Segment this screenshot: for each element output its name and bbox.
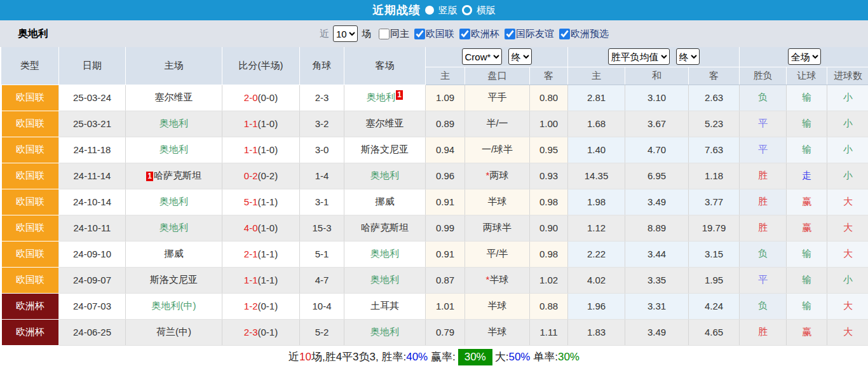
cell-result-goals: 小 [827,111,868,137]
avg-time-select[interactable]: 终 [676,48,700,65]
layout-radio-vertical[interactable] [425,6,434,15]
cell-result-wdl: 负 [740,293,787,319]
col-header-date: 日期 [59,47,126,85]
scope-select[interactable]: 全场 [788,48,821,65]
half-time-score: (0-1) [258,327,278,337]
league-checkbox[interactable] [459,29,470,39]
league-label[interactable]: 国际友谊 [516,28,554,40]
cell-score: 4-0(1-0) [222,215,300,241]
cell-result-handicap: 走 [787,163,827,189]
league-checkbox[interactable] [505,29,515,39]
cell-odds-away: 0.88 [530,293,568,319]
league-checkbox[interactable] [559,29,570,39]
away-team-name: 土耳其 [370,300,399,311]
league-label[interactable]: 欧国联 [426,28,454,40]
table-row: 欧国联24-10-14奥地利5-1(1-1)3-1挪威0.91半球0.981.9… [1,189,868,215]
cell-result-goals: 大 [827,293,868,319]
full-time-score: 1-2 [244,301,258,311]
home-team-name: 哈萨克斯坦 [154,170,201,181]
cell-away-team: 奥地利 [344,241,426,267]
cell-result-wdl: 胜 [740,189,787,215]
same-home-checkbox[interactable] [379,29,390,39]
home-team-name: 奥地利 [159,222,188,233]
bookmaker-select[interactable]: Crow* [462,48,502,65]
cell-odds-away: 0.93 [530,163,568,189]
table-row: 欧国联24-11-141哈萨克斯坦0-2(0-2)1-4奥地利0.96*两球0.… [1,163,868,189]
summary-bar: 近10场,胜4平3负3, 胜率:40% 赢率:30%大:50% 单率:30% [0,346,868,368]
summary-segment: 40% [406,351,428,364]
layout-radio-horizontal[interactable] [462,5,472,15]
away-team-name: 奥地利 [370,274,399,285]
sub-header-avg-home: 主 [568,67,625,85]
league-label[interactable]: 欧洲预选 [571,28,609,40]
cell-result-goals: 大 [827,215,868,241]
half-time-score: (1-0) [258,144,278,155]
cell-handicap: 平/半 [465,241,530,267]
cell-handicap: *两球 [465,163,530,189]
cell-avg-away: 4.65 [689,319,740,345]
home-team-name: 奥地利(中) [152,300,196,311]
red-card-badge: 1 [146,172,153,181]
home-team-name: 奥地利 [159,144,188,154]
cell-date: 24-11-18 [59,137,126,163]
summary-segment: 50% [508,351,530,364]
sub-header-handicap: 盘口 [465,67,530,85]
half-time-score: (1-1) [258,275,278,285]
cell-date: 24-09-07 [59,267,126,293]
avg-type-select[interactable]: 胜平负均值 [608,48,670,65]
cell-away-team: 塞尔维亚 [344,111,426,137]
full-time-score: 2-3 [244,327,258,337]
cell-avg-home: 14.35 [568,163,625,189]
table-row: 欧洲杯24-06-25荷兰(中)2-3(0-1)5-2奥地利0.79半球1.11… [1,319,868,345]
cell-score: 1-1(1-0) [222,137,300,163]
cell-type: 欧国联 [1,111,59,137]
cell-result-goals: 小 [827,163,868,189]
cell-type: 欧国联 [1,189,59,215]
half-time-score: (0-1) [258,301,278,311]
header-row-top: 类型 日期 主场 比分(半场) 角球 客场 Crow* 终 胜平负均值 终 全场 [1,47,868,67]
cell-score: 2-3(0-1) [222,319,300,345]
cell-odds-home: 0.87 [426,267,465,293]
cell-result-goals: 大 [827,319,868,345]
cell-date: 24-10-14 [59,189,126,215]
same-home-label[interactable]: 同主 [390,28,409,40]
cell-odds-home: 0.89 [426,111,465,137]
col-header-score: 比分(半场) [222,47,300,85]
cell-type: 欧国联 [1,215,59,241]
home-team-name: 奥地利 [159,196,188,207]
red-card-badge: 1 [396,90,403,100]
cell-score: 5-1(1-1) [222,189,300,215]
cell-odds-away: 0.98 [530,241,568,267]
col-header-home: 主场 [126,47,222,85]
col-header-type: 类型 [1,47,59,85]
league-label[interactable]: 欧洲杯 [471,28,499,40]
cell-odds-away: 0.98 [530,189,568,215]
away-team-name: 哈萨克斯坦 [361,222,409,233]
layout-radio-horizontal-label[interactable]: 横版 [477,4,496,17]
cell-avg-away: 3.77 [689,189,740,215]
cell-avg-draw: 3.10 [625,85,689,111]
title-bar: 近期战绩 竖版 横版 [0,0,868,20]
layout-radio-vertical-label[interactable]: 竖版 [438,4,458,17]
away-team-name: 奥地利 [370,170,399,181]
odds-time-select[interactable]: 终 [508,48,532,65]
away-team-name: 塞尔维亚 [366,118,404,128]
full-time-score: 1-1 [244,118,258,129]
table-row: 欧国联25-03-21奥地利1-1(1-0)3-2塞尔维亚0.89半/一1.00… [1,111,868,137]
cell-avg-draw: 3.49 [625,319,689,345]
col-header-corners: 角球 [300,47,344,85]
cell-avg-draw: 3.44 [625,241,689,267]
home-team-name: 斯洛文尼亚 [150,274,198,285]
match-count-select[interactable]: 10 [333,25,358,42]
cell-type: 欧国联 [1,137,59,163]
cell-result-goals: 大 [827,241,868,267]
cell-result-handicap: 赢 [787,215,827,241]
cell-corners: 3-2 [300,111,344,137]
league-checkbox[interactable] [414,29,425,39]
cell-home-team: 奥地利(中) [126,293,222,319]
cell-handicap: 半/一 [465,111,530,137]
cell-type: 欧国联 [1,241,59,267]
near-label: 近 [320,28,329,40]
cell-handicap: 平手 [465,85,530,111]
cell-avg-home: 1.83 [568,319,625,345]
